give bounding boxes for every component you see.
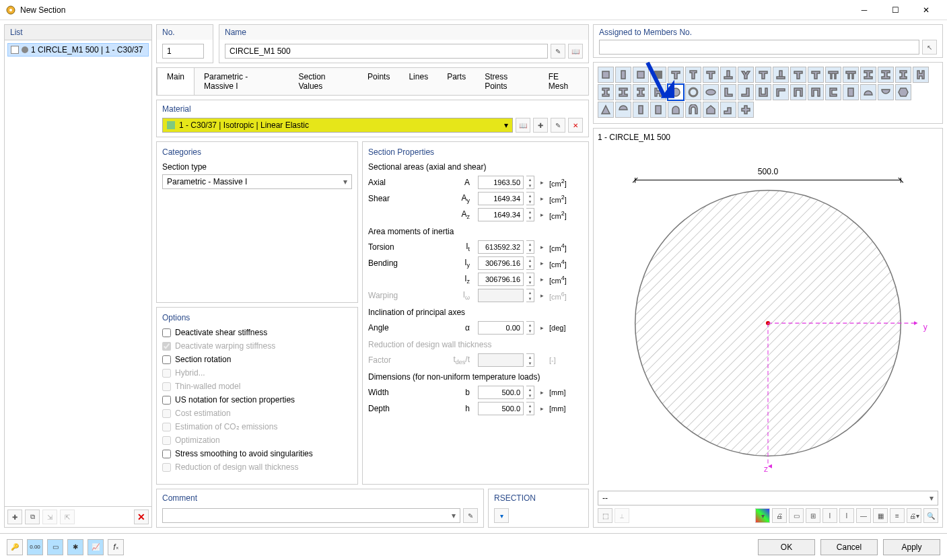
- units-button[interactable]: 0.00: [27, 539, 43, 555]
- opt-section-rotation[interactable]: Section rotation: [162, 355, 352, 364]
- az-input[interactable]: [478, 208, 524, 221]
- edit-name-button[interactable]: ✎: [551, 44, 565, 59]
- copy-button[interactable]: ⧉: [25, 510, 40, 524]
- spinner[interactable]: ▲▼: [526, 176, 534, 189]
- iy-input[interactable]: [478, 256, 524, 270]
- shape-Ui-button[interactable]: [808, 84, 824, 100]
- shape-H-button[interactable]: [913, 67, 929, 83]
- spinner[interactable]: ▲▼: [526, 273, 534, 286]
- preview-tool-c[interactable]: I: [822, 508, 837, 523]
- spinner[interactable]: ▲▼: [526, 192, 534, 205]
- b-input[interactable]: [478, 386, 524, 399]
- axes-button[interactable]: ✱: [67, 539, 83, 555]
- shape-Iw-button[interactable]: [615, 84, 631, 100]
- library-button[interactable]: 📖: [568, 44, 583, 59]
- material-delete-button[interactable]: ✕: [568, 118, 583, 133]
- tab-parametric[interactable]: Parametric - Massive I: [195, 68, 289, 95]
- shape-T-button[interactable]: [808, 67, 824, 83]
- shape-U-button[interactable]: [755, 84, 771, 100]
- shape-tri-button[interactable]: [598, 102, 614, 118]
- preview-tool-h[interactable]: 🖨▾: [907, 508, 921, 523]
- it-input[interactable]: [478, 240, 524, 254]
- apply-button[interactable]: Apply: [883, 539, 940, 555]
- tab-fe-mesh[interactable]: FE Mesh: [539, 68, 588, 95]
- preview-tool-f[interactable]: ▦: [873, 508, 888, 523]
- shape-Tn-button[interactable]: [685, 67, 701, 83]
- shape-arch-button[interactable]: [685, 102, 701, 118]
- spinner[interactable]: ▲▼: [526, 208, 534, 221]
- alpha-input[interactable]: [478, 321, 524, 335]
- shape-TT-button[interactable]: [825, 67, 841, 83]
- shape-ellipse-button[interactable]: [703, 84, 719, 100]
- minimize-button[interactable]: ─: [849, 0, 880, 20]
- opt-deactivate-shear[interactable]: Deactivate shear stiffness: [162, 328, 352, 337]
- shape-Lm-button[interactable]: [738, 84, 754, 100]
- ay-input[interactable]: [478, 192, 524, 205]
- shape-I-button[interactable]: [895, 67, 911, 83]
- spinner[interactable]: ▲▼: [526, 240, 534, 254]
- preview-tool-b[interactable]: ⊞: [806, 508, 820, 523]
- help-button[interactable]: 🔑: [7, 539, 23, 555]
- shape-halfe-button[interactable]: [860, 84, 876, 100]
- tab-points[interactable]: Points: [358, 68, 399, 95]
- material-library-button[interactable]: 📖: [516, 118, 530, 133]
- shape-plus-button[interactable]: [738, 102, 754, 118]
- shape-Ui-button[interactable]: [790, 84, 806, 100]
- shape-C-button[interactable]: [825, 84, 841, 100]
- shape-semicircle-button[interactable]: [615, 102, 631, 118]
- iz-input[interactable]: [478, 273, 524, 286]
- tab-parts[interactable]: Parts: [437, 68, 475, 95]
- tab-section-values[interactable]: Section Values: [289, 68, 358, 95]
- preview-tool-1[interactable]: ⬚: [598, 508, 612, 523]
- shape-TT-button[interactable]: [843, 67, 859, 83]
- preview-tool-a[interactable]: ▭: [789, 508, 804, 523]
- preview-tool-print[interactable]: 🖨: [772, 508, 787, 523]
- formula-button[interactable]: fₓ: [108, 539, 124, 555]
- shape-ring-button[interactable]: [685, 84, 701, 100]
- graph-button[interactable]: 📈: [87, 539, 104, 555]
- shape-Iw-button[interactable]: [860, 67, 876, 83]
- shape-L-button[interactable]: [720, 84, 736, 100]
- opt-us-notation[interactable]: US notation for section properties: [162, 395, 352, 405]
- preview-tool-2[interactable]: ⟂: [615, 508, 629, 523]
- spinner[interactable]: ▲▼: [526, 386, 534, 399]
- tab-lines[interactable]: Lines: [399, 68, 437, 95]
- no-input[interactable]: [162, 44, 204, 59]
- axial-input[interactable]: [478, 176, 524, 189]
- shape-rect-button[interactable]: [598, 67, 614, 83]
- expand-button[interactable]: ⇱: [60, 510, 75, 524]
- material-new-button[interactable]: ✚: [533, 118, 548, 133]
- spinner[interactable]: ▲▼: [526, 321, 534, 335]
- comment-input[interactable]: ▾: [162, 508, 460, 523]
- shape-T-button[interactable]: [703, 67, 719, 83]
- shape-hex-button[interactable]: [895, 84, 911, 100]
- shape-T-button[interactable]: [755, 67, 771, 83]
- shape-Y-button[interactable]: [738, 67, 754, 83]
- assigned-input[interactable]: [599, 40, 919, 55]
- shape-stair-button[interactable]: [720, 102, 736, 118]
- preview-tool-i[interactable]: 🔍: [923, 508, 938, 523]
- shape-Ti-button[interactable]: [720, 67, 736, 83]
- material-edit-button[interactable]: ✎: [551, 118, 565, 133]
- rsection-button[interactable]: ▾: [494, 508, 509, 523]
- tab-main[interactable]: Main: [157, 68, 195, 95]
- cancel-button[interactable]: Cancel: [820, 539, 878, 555]
- shape-halfe2-button[interactable]: [878, 84, 894, 100]
- preview-tool-color[interactable]: ▾: [755, 508, 770, 523]
- material-select[interactable]: 1 - C30/37 | Isotropic | Linear Elastic …: [162, 118, 513, 133]
- delete-button[interactable]: ✕: [134, 510, 149, 524]
- shape-rectv-button[interactable]: [615, 67, 631, 83]
- assigned-pick-button[interactable]: ↖: [922, 40, 937, 55]
- shape-I-button[interactable]: [598, 84, 614, 100]
- h-input[interactable]: [478, 402, 524, 415]
- shape-Iw-button[interactable]: [878, 67, 894, 83]
- name-input[interactable]: [225, 44, 548, 59]
- section-type-select[interactable]: Parametric - Massive I ▾: [162, 174, 352, 189]
- tab-stress-points[interactable]: Stress Points: [475, 68, 539, 95]
- shape-T-button[interactable]: [790, 67, 806, 83]
- comment-edit-button[interactable]: ✎: [463, 508, 478, 523]
- ok-button[interactable]: OK: [758, 539, 815, 555]
- preview-tool-d[interactable]: I: [839, 508, 854, 523]
- list-item[interactable]: 1 CIRCLE_M1 500 | 1 - C30/37: [7, 43, 149, 57]
- shape-Uo-button[interactable]: [773, 84, 789, 100]
